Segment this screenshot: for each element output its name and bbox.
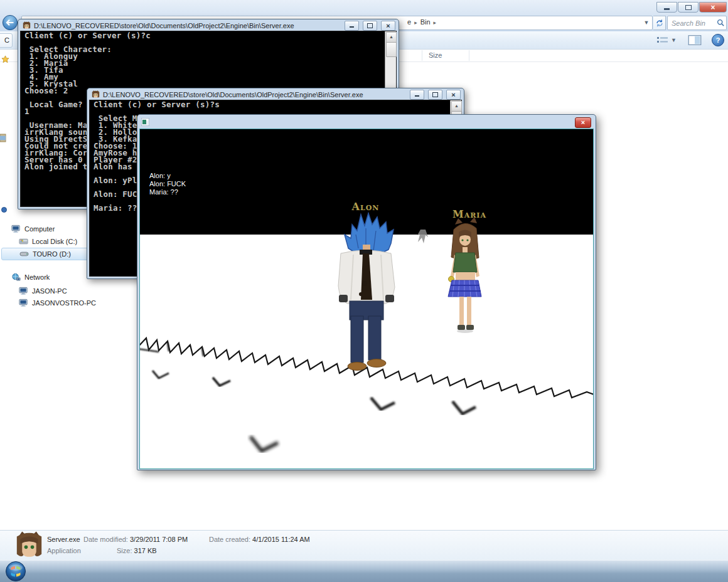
close-icon: ×: [386, 23, 390, 29]
sidebar-item-label: Computer: [24, 225, 55, 233]
sidebar-item-label: JASON-PC: [32, 287, 67, 295]
explorer-minimize-button[interactable]: [656, 2, 677, 13]
close-icon: ×: [710, 4, 715, 11]
back-arrow-icon: [2, 14, 18, 31]
breadcrumb-current[interactable]: Bin: [420, 18, 431, 26]
console1-close-button[interactable]: ×: [381, 21, 395, 31]
help-button[interactable]: ?: [712, 34, 724, 46]
maximize-icon: [367, 23, 373, 28]
sidebar-item-label: Network: [24, 273, 50, 281]
network-icon: [11, 273, 21, 282]
sidebar-item-computer[interactable]: Computer: [11, 223, 55, 235]
details-pane: Server.exe Application Date modified: 3/…: [0, 530, 728, 560]
pc-icon: [19, 299, 28, 307]
column-header-size[interactable]: Size: [429, 51, 442, 59]
scroll-up-button[interactable]: ▲: [386, 32, 397, 43]
console1-maximize-button[interactable]: [363, 21, 377, 31]
search-input[interactable]: [668, 17, 717, 29]
favorites-star-icon: [1, 55, 9, 66]
explorer-restore-button[interactable]: [678, 2, 699, 13]
ground-mark: [371, 398, 395, 410]
game-window-icon: [141, 118, 149, 126]
scroll-up-button[interactable]: ▲: [451, 101, 462, 112]
maximize-icon: [432, 92, 438, 97]
sidebar-item-label: JASONVOSTRO-PC: [32, 299, 96, 307]
details-file-name: Server.exe: [47, 536, 80, 543]
preview-pane-button[interactable]: [688, 34, 702, 46]
game-chat-log: Alon: y Alon: FUCK Maria: ??: [149, 172, 186, 196]
sidebar-icon-fragment: [1, 204, 7, 215]
column-separator[interactable]: [422, 50, 422, 61]
game-close-button[interactable]: ×: [575, 117, 591, 128]
ground-mark: [250, 437, 278, 451]
ground-mark: [452, 401, 476, 414]
console2-titlebar[interactable]: D:\LENOVO_RECOVERED\store\Old\Documents\…: [88, 89, 463, 100]
details-date-modified: Date modified: 3/29/2011 7:08 PM: [83, 536, 188, 543]
local-disk-icon: [19, 238, 28, 245]
explorer-close-button[interactable]: ×: [699, 2, 727, 13]
refresh-icon: [655, 19, 664, 28]
breadcrumb: e▸Bin▸: [407, 18, 439, 26]
file-icon-maria: [15, 531, 43, 562]
character-alon: [338, 213, 395, 371]
external-drive-icon: [19, 250, 29, 258]
sidebar-item-local-disk[interactable]: Local Disk (C:): [19, 236, 77, 247]
sidebar-item-label: Local Disk (C:): [32, 238, 77, 245]
player-name-label-alon: Alon: [342, 201, 389, 213]
distant-sprite: [417, 230, 428, 243]
details-size: Size: 317 KB: [117, 547, 157, 554]
scroll-thumb[interactable]: [386, 42, 397, 57]
console1-titlebar[interactable]: D:\LENOVO_RECOVERED\store\Old\Documents\…: [19, 20, 397, 31]
views-button[interactable]: ▼: [656, 34, 682, 46]
minimize-icon: [415, 95, 419, 97]
libraries-icon-fragment: [0, 133, 6, 145]
console2-close-button[interactable]: ×: [446, 90, 461, 100]
game-window: ×: [137, 114, 596, 470]
computer-icon: [11, 225, 21, 233]
minimize-icon: [350, 26, 354, 28]
taskbar: mu S: [0, 559, 728, 582]
console2-minimize-button[interactable]: [410, 90, 424, 100]
column-separator[interactable]: [469, 50, 469, 61]
minimize-icon: [664, 8, 670, 10]
game-titlebar[interactable]: ×: [139, 115, 594, 128]
back-button[interactable]: [2, 14, 18, 31]
sidebar-item-label: TOURO (D:): [33, 250, 71, 258]
preview-pane-icon: [688, 34, 702, 46]
refresh-button[interactable]: [653, 16, 666, 30]
windows-logo-icon: [5, 561, 26, 582]
sidebar-item-jason-pc[interactable]: JASON-PC: [19, 285, 67, 297]
toolbar-button-label: C: [4, 36, 9, 44]
search-box[interactable]: [667, 16, 727, 30]
details-date-created: Date created: 4/1/2015 11:24 AM: [209, 536, 310, 543]
game-scene: [140, 129, 593, 468]
console1-app-icon-maria: [23, 21, 31, 29]
console1-title: D:\LENOVO_RECOVERED\store\Old\Documents\…: [34, 22, 341, 29]
player-name-label-maria: Maria: [444, 208, 495, 220]
start-button[interactable]: [5, 561, 26, 582]
toolbar-button-fragment[interactable]: C: [0, 33, 13, 48]
character-maria: [448, 217, 481, 333]
chevron-down-icon: ▼: [671, 37, 677, 43]
sidebar-item-network[interactable]: Network: [11, 272, 50, 283]
details-file-type: Application: [47, 547, 81, 554]
game-viewport[interactable]: Alon: y Alon: FUCK Maria: ?? Alon Maria: [139, 129, 594, 469]
search-icon: [717, 19, 725, 27]
ground-mark: [213, 378, 230, 386]
sidebar-item-jasonvostro-pc[interactable]: JASONVOSTRO-PC: [19, 297, 96, 309]
breadcrumb-arrow-icon: ▸: [431, 19, 440, 26]
desktop-screen: { "explorer": { "breadcrumb": {"fragment…: [0, 0, 728, 582]
console1-minimize-button[interactable]: [345, 21, 359, 31]
console2-app-icon-maria: [92, 90, 100, 98]
console2-maximize-button[interactable]: [428, 90, 442, 100]
ground-mark: [153, 371, 169, 378]
ground-zigzag: [140, 338, 593, 398]
pc-icon: [19, 287, 28, 295]
console2-title: D:\LENOVO_RECOVERED\store\Old\Documents\…: [103, 91, 407, 98]
views-icon: [656, 36, 669, 45]
restore-icon: [685, 5, 692, 10]
address-dropdown-button[interactable]: ▼: [642, 18, 651, 28]
close-icon: ×: [451, 92, 455, 98]
breadcrumb-arrow-icon: ▸: [411, 19, 420, 26]
